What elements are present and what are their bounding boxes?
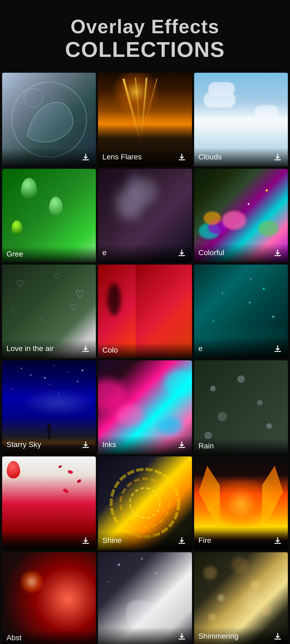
item-label-rain-partial: Rain [194,438,288,454]
collection-item-lens-flares[interactable]: Lens Flares [98,73,192,166]
item-label-lens-flares: Lens Flares [98,148,192,167]
download-button-horse-water[interactable] [80,151,92,163]
item-label-text-color-partial: Colo [102,346,118,355]
download-button-red-dress[interactable] [80,535,92,546]
collection-item-colorful[interactable]: ✦ ✦ Colorful [194,169,288,262]
item-label-text-colorful: Colorful [198,248,224,257]
item-label-colorful: Colorful [194,244,288,262]
item-label-forest-fairy: e [194,339,288,358]
item-label-abstract-partial: Abst [2,630,96,644]
svg-point-2 [210,386,216,391]
item-label-text-shimmering: Shimmering [198,632,238,641]
download-button-colorful[interactable] [272,247,284,259]
svg-point-5 [218,412,227,421]
item-label-fire: Fire [194,531,288,550]
item-label-color-partial: Colo [98,342,192,358]
download-button-shine[interactable] [176,535,188,546]
page-subtitle: COLLECTIONS [5,37,285,62]
collection-item-rain-partial[interactable]: Rain [194,360,288,454]
item-label-inks: Inks [98,436,192,454]
item-label-red-dress [2,531,96,550]
item-label-shimmering: Shimmering [194,627,288,644]
svg-point-11 [139,497,151,509]
item-label-text-guitar: e [102,248,107,257]
download-button-shimmering[interactable] [272,630,284,642]
item-label-shine: Shine [98,531,192,550]
collection-item-love-in-air[interactable]: ♡ ♡ ♡ ♡ ♡ ♡ Love in the air [2,265,96,358]
download-button-fire[interactable] [272,535,284,546]
download-button-clouds[interactable] [272,151,284,163]
collection-item-clouds[interactable]: Clouds [194,73,288,166]
collection-item-red-dress[interactable] [2,456,96,550]
item-label-text-abstract-partial: Abst [6,633,21,642]
item-label-text-rain-partial: Rain [198,441,214,451]
collection-item-abstract-partial[interactable]: Abst [2,552,96,644]
item-label-text-green-partial: Gree [6,250,23,259]
svg-point-1 [24,88,43,107]
item-label-text-forest-fairy: e [198,344,203,353]
download-button-inks[interactable] [176,439,188,451]
item-label-text-shine: Shine [102,536,122,545]
item-label-green-partial: Gree [2,246,96,262]
svg-point-3 [237,375,245,383]
download-button-love-in-air[interactable] [80,343,92,354]
collections-grid: Lens Flares Clouds [0,73,290,644]
download-button-unicorn[interactable] [176,630,188,642]
item-label-text-clouds: Clouds [198,152,222,162]
collection-item-forest-fairy[interactable]: e [194,265,288,358]
collection-item-inks[interactable]: Inks [98,360,192,454]
item-label-text-lens-flares: Lens Flares [102,152,142,162]
collection-item-color-partial[interactable]: Colo [98,265,192,358]
item-label-guitar: e [98,244,192,262]
item-label-text-love-in-air: Love in the air [6,344,54,353]
collection-item-horse-water[interactable] [2,73,96,166]
collection-item-shimmering[interactable]: Shimmering [194,552,288,644]
item-label-text-fire: Fire [198,536,211,545]
item-label-clouds: Clouds [194,148,288,167]
collection-item-fire[interactable]: Fire [194,456,288,550]
item-label-starry-sky: Starry Sky [2,436,96,454]
download-button-starry-sky[interactable] [80,439,92,451]
collection-item-guitar[interactable]: e [98,169,192,262]
item-label-text-starry-sky: Starry Sky [6,440,41,449]
download-button-lens-flares[interactable] [176,151,188,163]
svg-point-4 [257,400,263,405]
collection-item-green-partial[interactable]: Gree [2,169,96,262]
item-label-horse-water [2,148,96,167]
page-header: Overlay Effects COLLECTIONS [0,0,290,73]
download-button-guitar[interactable] [176,247,188,259]
collection-item-shine[interactable]: Shine [98,456,192,550]
collection-item-unicorn[interactable]: ★ ★ ★ ★ [98,552,192,644]
collection-item-starry-sky[interactable]: Starry Sky [2,360,96,454]
item-label-text-inks: Inks [102,440,116,449]
item-label-unicorn [98,627,192,644]
page-title: Overlay Effects [5,16,285,37]
svg-point-6 [266,423,272,429]
item-label-love-in-air: Love in the air [2,339,96,358]
download-button-forest-fairy[interactable] [272,343,284,354]
